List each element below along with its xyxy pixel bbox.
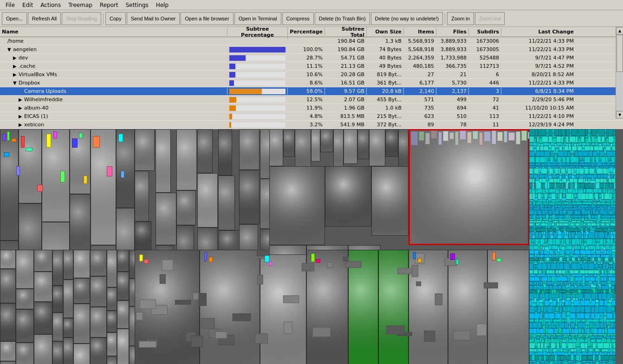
open-browser-button[interactable]: Open a file browser — [181, 12, 233, 25]
tree-arrow[interactable]: ▶ — [19, 97, 24, 102]
cell-subdirs: 112713 — [469, 63, 501, 70]
table-row[interactable]: Camera Uploads 58.0% 9.57 GB 20.8 kB 2,1… — [0, 87, 623, 96]
bar-fill — [229, 89, 262, 94]
header-last-change[interactable]: Last Change — [501, 28, 576, 36]
bar-fill — [229, 97, 236, 103]
open-terminal-button[interactable]: Open in Terminal — [234, 12, 281, 25]
tree-arrow[interactable]: ▶ — [19, 122, 24, 127]
cell-own-size: 372 Byt... — [367, 121, 404, 128]
header-subtree-total[interactable]: Subtree Total — [325, 27, 367, 39]
tree-arrow[interactable]: ▶ — [13, 64, 19, 69]
open-button[interactable]: Open... — [2, 12, 27, 25]
table-scrollbar[interactable]: ▲ ▼ — [616, 27, 623, 118]
header-subdirs[interactable]: Subdirs — [469, 28, 501, 36]
table-row[interactable]: ▶VirtualBox VMs 10.6% 20.28 GB 819 Byt..… — [0, 71, 623, 79]
delete-button[interactable]: Delete (no way to undelete!) — [371, 12, 443, 25]
cell-own-size: 361 Byt... — [367, 79, 404, 86]
cell-pct: 10.6% — [288, 71, 325, 78]
row-name: album-40 — [24, 105, 48, 111]
tree-arrow[interactable]: ▶ — [19, 105, 24, 110]
header-own-size[interactable]: Own Size — [367, 28, 404, 36]
cell-items: 2,264,359 — [404, 54, 436, 61]
cell-files: 694 — [436, 104, 469, 111]
cell-pct: 11.9% — [288, 104, 325, 111]
row-name: aengelen — [13, 46, 37, 52]
table-row[interactable]: ▶album-40 11.9% 1.96 GB 1.0 kB 735 694 4… — [0, 104, 623, 112]
cell-name: ▼aengelen — [0, 46, 227, 53]
header-pct[interactable]: Percentage — [288, 28, 325, 36]
cell-name: ▶Wilhelmfreddie — [0, 96, 227, 103]
bar-container — [229, 72, 286, 78]
cell-last-change: 6/8/21 8:34 PM — [501, 88, 576, 95]
menu-actions[interactable]: Actions — [37, 1, 65, 9]
menu-edit[interactable]: Edit — [19, 1, 37, 9]
header-subtree-pct[interactable]: Subtree Percentage — [227, 27, 288, 39]
cell-last-change: 11/22/21 4:33 PM — [501, 79, 576, 86]
menu-help[interactable]: Help — [152, 1, 172, 9]
cell-items: 5,568,918 — [404, 46, 436, 53]
cell-files: 5,730 — [436, 79, 469, 86]
tree-arrow[interactable]: ▶ — [13, 55, 19, 60]
cell-files: 1,733,988 — [436, 54, 469, 61]
table-body: /home 190.84 GB 1.3 kB 5,568,919 3,889,9… — [0, 37, 623, 129]
table-row[interactable]: ▶xebicon 3.2% 541.9 MB 372 Byt... 89 78 … — [0, 121, 623, 129]
cell-files: 366,735 — [436, 63, 469, 70]
row-name: Camera Uploads — [24, 88, 66, 94]
zoom-out-button[interactable]: Zoom out — [475, 12, 505, 25]
cell-name: ▶VirtualBox VMs — [0, 71, 227, 78]
header-items[interactable]: Items — [404, 28, 436, 36]
send-mail-button[interactable]: Send Mail to Owner — [127, 12, 180, 25]
bar-container — [229, 122, 286, 128]
tree-arrow[interactable]: ▼ — [7, 47, 13, 52]
table-row[interactable]: ▶dev 28.7% 54.71 GB 40 Bytes 2,264,359 1… — [0, 54, 623, 62]
delete-trash-button[interactable]: Delete (to Trash Bin) — [315, 12, 370, 25]
menu-treemap[interactable]: Treemap — [65, 1, 96, 9]
cell-items: 623 — [404, 113, 436, 120]
refresh-button[interactable]: Refresh All — [28, 12, 61, 25]
row-name: EICAS (1) — [24, 113, 48, 119]
bar-fill — [229, 80, 234, 86]
header-files[interactable]: Files — [436, 28, 469, 36]
cell-subtree-total: 190.84 GB — [325, 46, 367, 53]
tree-arrow[interactable]: ▶ — [19, 114, 24, 119]
cell-subdirs: 446 — [469, 79, 501, 86]
menu-file[interactable]: File — [2, 1, 19, 9]
cell-subtree-total: 2.07 GB — [325, 96, 367, 103]
menu-report[interactable]: Report — [96, 1, 122, 9]
table-row[interactable]: ▶.cache 11.1% 21.13 GB 49 Bytes 480,185 … — [0, 62, 623, 71]
cell-name: /home — [0, 38, 227, 45]
zoom-in-button[interactable]: Zoom in — [447, 12, 474, 25]
cell-subtree-pct — [227, 55, 288, 61]
scroll-thumb[interactable] — [617, 35, 623, 72]
tree-arrow[interactable]: ▶ — [13, 72, 19, 77]
compress-button[interactable]: Compress — [282, 12, 314, 25]
scroll-up-btn[interactable]: ▲ — [616, 27, 623, 34]
cell-subdirs: 3 — [469, 88, 501, 95]
table-container: Name Subtree Percentage Percentage Subtr… — [0, 27, 623, 129]
cell-subtree-total: 16.51 GB — [325, 79, 367, 86]
stop-button[interactable]: Stop Reading — [62, 12, 101, 25]
table-row[interactable]: ▼aengelen 100.0% 190.84 GB 74 Bytes 5,56… — [0, 46, 623, 54]
cell-items: 2,140 — [404, 88, 436, 95]
bar-container — [229, 105, 286, 111]
scroll-down-btn[interactable]: ▼ — [616, 111, 623, 118]
tree-arrow[interactable]: ▼ — [13, 80, 19, 85]
cell-last-change: 2/29/20 5:46 PM — [501, 96, 576, 103]
treemap[interactable] — [0, 129, 623, 364]
table-row[interactable]: /home 190.84 GB 1.3 kB 5,568,919 3,889,9… — [0, 37, 623, 46]
cell-subtree-pct — [227, 113, 288, 120]
row-name: VirtualBox VMs — [19, 72, 57, 78]
copy-button[interactable]: Copy — [105, 12, 126, 25]
table-header: Name Subtree Percentage Percentage Subtr… — [0, 27, 623, 37]
cell-files: 3,889,933 — [436, 38, 469, 45]
table-row[interactable]: ▶Wilhelmfreddie 12.5% 2.07 GB 455 Byt...… — [0, 96, 623, 104]
header-name[interactable]: Name — [0, 28, 227, 36]
table-row[interactable]: ▼Dropbox 8.6% 16.51 GB 361 Byt... 6,177 … — [0, 79, 623, 87]
cell-own-size: 49 Bytes — [367, 63, 404, 70]
bar-container — [229, 64, 286, 69]
table-row[interactable]: ▶EICAS (1) 4.8% 813.5 MB 215 Byt... 623 … — [0, 112, 623, 121]
menu-settings[interactable]: Settings — [122, 1, 152, 9]
cell-items: 571 — [404, 96, 436, 103]
cell-pct: 8.6% — [288, 79, 325, 86]
cell-files: 78 — [436, 121, 469, 128]
